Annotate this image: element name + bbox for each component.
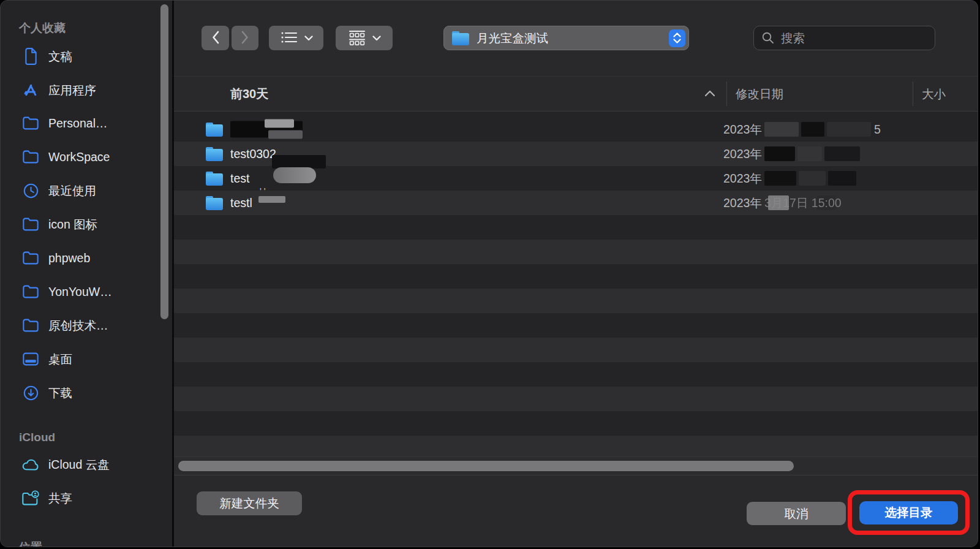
sidebar-item-label: 文稿: [48, 48, 72, 65]
main-panel: 月光宝盒测试 前30天 修改日期 大小: [174, 1, 978, 547]
column-header-date-modified[interactable]: 修改日期: [736, 86, 783, 102]
row-stripe: [174, 411, 978, 436]
location-label: 月光宝盒测试: [477, 30, 669, 47]
redaction-block: [799, 171, 826, 186]
file-picker-dialog: 个人收藏 文稿 应用程序 Personal… WorkSpace: [0, 0, 978, 547]
sidebar-item-label: iCloud 云盘: [48, 456, 110, 473]
sidebar-item-desktop[interactable]: 桌面: [1, 346, 172, 373]
forward-button[interactable]: [232, 26, 258, 50]
column-header-size[interactable]: 大小: [922, 86, 946, 102]
row-stripe: [174, 313, 978, 338]
sidebar-section-favorites: 个人收藏: [19, 20, 66, 36]
sidebar-item-label: Personal…: [48, 116, 107, 131]
cancel-button[interactable]: 取消: [747, 502, 846, 525]
redaction-block: [801, 122, 824, 137]
column-divider[interactable]: [913, 81, 913, 106]
horizontal-scrollbar[interactable]: [174, 456, 978, 475]
choose-directory-button[interactable]: 选择目录: [859, 501, 958, 524]
redaction-block: [797, 146, 822, 161]
redaction-block: [273, 167, 316, 183]
sidebar-item-documents[interactable]: 文稿: [1, 43, 172, 70]
folder-icon: [21, 148, 40, 166]
sidebar-item-shared[interactable]: 共享: [1, 485, 172, 512]
sidebar-item-personal[interactable]: Personal…: [1, 110, 172, 137]
sidebar-item-label: 原创技术…: [48, 317, 108, 334]
redaction-block: [827, 122, 871, 137]
sidebar-item-applications[interactable]: 应用程序: [1, 77, 172, 104]
row-stripe: [174, 338, 978, 362]
row-name: test0302: [230, 147, 276, 161]
table-row[interactable]: testl '' 2023年 3月17日 15:00: [174, 191, 978, 215]
shared-folder-icon: [21, 489, 40, 507]
chevron-down-icon: [372, 34, 381, 43]
group-header: 前30天: [230, 86, 268, 102]
sidebar-item-label: phpweb: [48, 251, 90, 265]
group-view-button[interactable]: [336, 26, 393, 50]
clock-icon: [21, 181, 40, 200]
folder-icon: [21, 249, 40, 267]
chevron-right-icon: [240, 30, 250, 47]
sidebar-item-label: 共享: [48, 490, 72, 507]
row-stripe: [174, 289, 978, 313]
sidebar-item-label: icon 图标: [48, 216, 97, 233]
sidebar-item-phpweb[interactable]: phpweb: [1, 244, 172, 271]
row-name: testl: [230, 196, 252, 210]
redacted-name: [230, 121, 303, 138]
folder-icon: [206, 196, 223, 210]
search-field[interactable]: [753, 26, 935, 50]
row-stripe: [174, 264, 978, 289]
sidebar-scrollbar[interactable]: [160, 4, 168, 319]
search-input[interactable]: [780, 31, 917, 46]
row-date: 2023年 5: [723, 121, 881, 138]
folder-icon: [206, 123, 223, 137]
row-date: 2023年 3月17日 15:00: [723, 195, 835, 211]
sidebar-item-label: 下载: [48, 385, 72, 401]
folder-icon: [21, 282, 40, 301]
horizontal-scrollbar-thumb[interactable]: [178, 461, 794, 471]
folder-icon: [21, 215, 40, 233]
sidebar-item-yonyou[interactable]: YonYouW…: [1, 278, 172, 305]
sidebar-item-label: 应用程序: [48, 82, 96, 99]
row-name: test: [230, 172, 249, 186]
sort-ascending-icon[interactable]: [704, 88, 715, 99]
download-icon: [21, 384, 40, 402]
sidebar-item-label: YonYouW…: [48, 285, 112, 299]
desktop-icon: [21, 350, 40, 368]
table-row[interactable]: test0302 2023年: [174, 142, 978, 166]
list-view-button[interactable]: [269, 26, 323, 50]
new-folder-button[interactable]: 新建文件夹: [197, 491, 302, 515]
appstore-icon: [21, 81, 40, 99]
table-row[interactable]: 2023年 5: [174, 117, 978, 142]
sidebar-section-locations: 位置: [19, 540, 42, 547]
redaction-block: [258, 196, 285, 203]
column-divider[interactable]: [726, 81, 727, 106]
sidebar-item-workspace[interactable]: WorkSpace: [1, 143, 172, 170]
footer-bar: 新建文件夹 取消 选择目录: [174, 475, 978, 547]
red-annotation-box: 选择目录: [848, 490, 970, 535]
folder-icon: [21, 316, 40, 335]
redaction-block: [764, 122, 799, 137]
folder-icon: [21, 114, 40, 132]
sidebar-item-downloads[interactable]: 下载: [1, 379, 172, 406]
sidebar-section-icloud: iCloud: [19, 431, 55, 444]
redaction-block: [828, 171, 856, 186]
redaction-marks: '': [260, 186, 268, 196]
folder-icon: [206, 147, 223, 161]
sidebar-item-icloud-drive[interactable]: iCloud 云盘: [1, 451, 172, 478]
list-header: 前30天 修改日期 大小: [174, 77, 978, 112]
row-date: 2023年: [723, 146, 860, 162]
list-view-icon: [279, 30, 299, 47]
group-view-icon: [347, 29, 367, 47]
stepper-icon: [669, 29, 685, 47]
folder-icon: [452, 31, 469, 45]
row-date: 2023年: [723, 170, 856, 187]
sidebar: 个人收藏 文稿 应用程序 Personal… WorkSpace: [1, 1, 174, 547]
table-row[interactable]: test 2023年: [174, 166, 978, 191]
sidebar-item-recents[interactable]: 最近使用: [1, 177, 172, 204]
sidebar-item-label: 最近使用: [48, 183, 96, 199]
sidebar-item-icon-folder[interactable]: icon 图标: [1, 211, 172, 238]
row-stripe: [174, 240, 978, 264]
back-button[interactable]: [202, 26, 229, 50]
sidebar-item-original-tech[interactable]: 原创技术…: [1, 312, 172, 339]
location-dropdown[interactable]: 月光宝盒测试: [443, 26, 689, 50]
